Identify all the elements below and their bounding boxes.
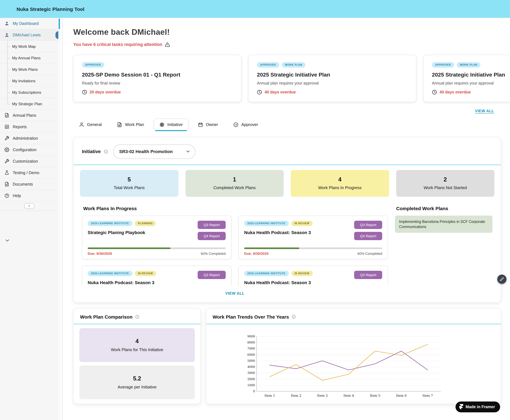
svg-text:Item 4: Item 4: [343, 394, 354, 398]
svg-text:Item 6: Item 6: [396, 394, 407, 398]
tab-owner[interactable]: Owner: [192, 119, 224, 131]
due-date: Due: 9/30/2025: [244, 252, 269, 255]
q4-report-button[interactable]: Q4 Report: [198, 232, 226, 240]
work-plan-title: Nuka Health Podcast: Season 3: [88, 280, 156, 285]
sidebar-item-my-dashboard[interactable]: My Dashboard: [0, 18, 58, 29]
selected-item-indicator: [55, 31, 58, 39]
work-plan-card: 2025-LEARNING INSTITUTE IN REVIEW Nuka H…: [238, 266, 388, 286]
tab-approver[interactable]: Approver: [228, 119, 264, 131]
stat-value: 5.2: [133, 375, 141, 382]
tab-label: Approver: [241, 122, 258, 127]
sidebar-item-annual-plans[interactable]: Annual Plans: [0, 110, 58, 121]
view-all-work-plans-link[interactable]: VIEW ALL: [225, 291, 244, 296]
sidebar-item-my-strategic-plan[interactable]: My Strategic Plan: [0, 98, 58, 110]
svg-text:1000: 1000: [247, 383, 255, 387]
stat-label: Average per Initiative: [118, 385, 156, 389]
overdue-label: 20 days overdue: [89, 90, 121, 94]
sidebar-item-my-work-plans[interactable]: My Work Plans: [0, 64, 58, 75]
tab-label: General: [87, 122, 102, 127]
info-icon[interactable]: [291, 315, 296, 319]
sidebar-item-configuration[interactable]: Configuration: [0, 144, 58, 156]
work-plan-badge: WORK PLAN: [457, 62, 480, 68]
gear-icon: [4, 147, 10, 152]
tab-label: Initiative: [167, 122, 183, 127]
sidebar-item-label: Administration: [13, 136, 38, 141]
check-circle-icon: [233, 122, 238, 127]
chevron-down-icon: [185, 149, 191, 154]
stat-completed-work-plans: 1 Completed Work Plans: [185, 170, 284, 197]
task-card[interactable]: APPROVER 2025-SP Demo Session 01 - Q1 Re…: [73, 55, 241, 102]
critical-alert-text: You have 6 critical tasks requiring atte…: [73, 42, 162, 47]
framer-badge-label: Made in Framer: [466, 405, 495, 409]
svg-text:4000: 4000: [247, 365, 255, 368]
completed-work-plan-item[interactable]: Implementing Barcelona Principles in SCF…: [395, 216, 493, 233]
document-icon: [117, 122, 122, 127]
work-plan-badge: WORK PLAN: [282, 62, 305, 68]
tab-general[interactable]: General: [73, 119, 108, 131]
svg-text:8000: 8000: [247, 341, 255, 344]
sidebar-item-reports[interactable]: Reports: [0, 121, 58, 133]
org-badge: 2025-LEARNING INSTITUTE: [244, 221, 289, 226]
sidebar-scrollbar[interactable]: [59, 18, 60, 29]
info-icon[interactable]: [135, 315, 139, 319]
sidebar-collapse-button[interactable]: «: [24, 203, 34, 209]
sidebar-item-my-invitations[interactable]: My Invitations: [0, 75, 58, 87]
in-progress-section-title: Work Plans In Progress: [83, 206, 388, 211]
svg-text:Item 2: Item 2: [291, 394, 301, 398]
flask-icon: [4, 170, 10, 175]
q3-report-button[interactable]: Q3 Report: [354, 271, 382, 279]
q3-report-button[interactable]: Q3 Report: [198, 221, 226, 229]
sidebar-item-label: My Annual Plans: [12, 56, 41, 60]
trends-line-chart: 0100020003000400050006000700080009000Ite…: [241, 333, 445, 399]
status-badge: IN REVIEW: [291, 271, 312, 276]
top-bar: Nuka Strategic Planning Tool: [0, 0, 510, 18]
stat-label: Work Plans In Progress: [318, 186, 362, 190]
sidebar-item-label: Reports: [13, 125, 27, 129]
sidebar-footer: [0, 238, 62, 243]
edit-fab-button[interactable]: [497, 275, 507, 284]
view-all-link[interactable]: VIEW ALL: [475, 109, 494, 113]
q3-report-button[interactable]: Q3 Report: [198, 271, 226, 279]
tab-work-plan[interactable]: Work Plan: [111, 119, 150, 131]
q4-report-button[interactable]: Q4 Report: [354, 232, 382, 240]
sidebar-item-documents[interactable]: Documents: [0, 179, 58, 190]
task-card[interactable]: APPROVER WORK PLAN 2025 Strategic Initia…: [423, 55, 510, 102]
task-card[interactable]: APPROVER WORK PLAN 2025 Strategic Initia…: [248, 55, 416, 102]
tab-initiative[interactable]: Initiative: [154, 119, 188, 131]
sidebar-item-testing-demo[interactable]: Testing / Demo: [0, 167, 58, 179]
due-date: Due: 9/30/2025: [88, 252, 112, 255]
org-badge: 2025-LEARNING INSTITUTE: [244, 271, 289, 276]
sidebar-item-label: Configuration: [13, 148, 37, 152]
info-icon[interactable]: [104, 150, 108, 154]
user-icon: [79, 122, 84, 127]
sidebar-item-label: Annual Plans: [13, 113, 36, 118]
percent-completed: 40% Completed: [357, 252, 382, 255]
sidebar-item-my-work-map[interactable]: My Work Map: [0, 41, 58, 52]
sidebar-item-administration[interactable]: Administration: [0, 133, 58, 144]
sidebar-item-help[interactable]: Help: [0, 190, 58, 202]
sidebar-item-my-annual-plans[interactable]: My Annual Plans: [0, 52, 58, 64]
stat-total-work-plans: 5 Total Work Plans: [80, 170, 178, 197]
made-in-framer-badge[interactable]: Made in Framer: [455, 402, 500, 412]
framer-logo-icon: [459, 404, 463, 410]
approver-badge: APPROVER: [257, 62, 279, 68]
document-icon: [4, 182, 10, 187]
status-badge: IN REVIEW: [291, 221, 312, 226]
work-plan-title: Strategic Planing Playbook: [88, 230, 156, 235]
initiative-label: Initiative: [82, 149, 101, 154]
progress-bar: [244, 248, 382, 249]
approver-badge: APPROVER: [432, 62, 454, 68]
progress-fill: [88, 248, 170, 249]
status-badge: IN REVIEW: [135, 271, 156, 276]
overdue-label: 40 days overdue: [265, 90, 296, 94]
sidebar-item-my-subscriptions[interactable]: My Subscriptions: [0, 87, 58, 98]
user-icon: [4, 32, 10, 37]
sidebar-item-user-profile[interactable]: DMichael Lewis: [0, 29, 58, 41]
q3-report-button[interactable]: Q3 Report: [354, 221, 382, 229]
sidebar-item-customization[interactable]: Customization: [0, 156, 58, 167]
chevron-down-icon[interactable]: [4, 238, 62, 243]
initiative-select[interactable]: SR3-02 Health Promotion: [113, 144, 195, 159]
status-badge: PLANNING: [135, 221, 156, 226]
sidebar-item-label: My Dashboard: [13, 21, 39, 26]
stat-work-plans-not-started: 2 Work Plans Not Started: [396, 170, 494, 197]
